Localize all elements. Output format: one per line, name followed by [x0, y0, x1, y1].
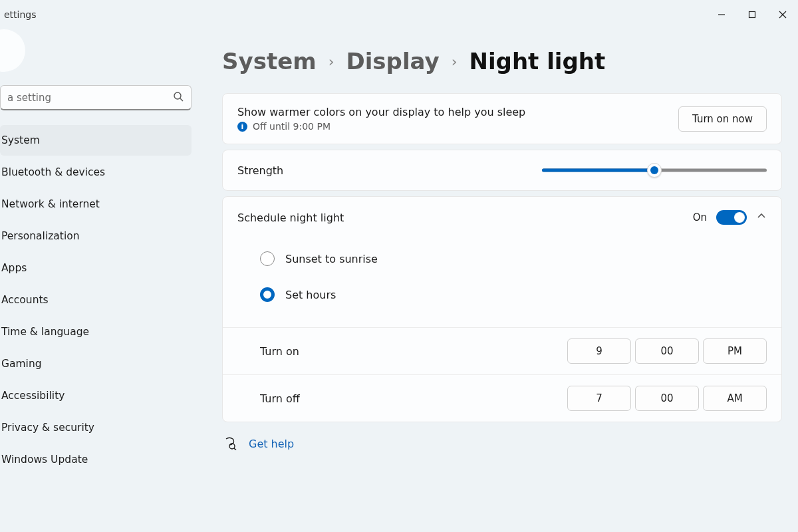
turn-on-minute[interactable]: 00 [635, 338, 699, 364]
nav-item-apps[interactable]: Apps [0, 253, 192, 283]
turn-on-label: Turn on [260, 345, 299, 358]
nav-item-windows-update[interactable]: Windows Update [0, 444, 192, 475]
main-content: System › Display › Night light Show warm… [198, 29, 798, 532]
svg-line-7 [234, 448, 236, 450]
nav-item-personalization[interactable]: Personalization [0, 221, 192, 251]
night-light-header-panel: Show warmer colors on your display to he… [222, 93, 782, 144]
minimize-button[interactable] [706, 0, 737, 29]
chevron-up-icon[interactable] [756, 211, 767, 224]
nav-label: Time & language [1, 326, 89, 338]
nav-label: Apps [1, 262, 27, 274]
schedule-label: Schedule night light [237, 211, 344, 224]
radio-set-hours-row[interactable]: Set hours [223, 281, 781, 317]
breadcrumb: System › Display › Night light [222, 48, 782, 74]
turn-off-hour[interactable]: 7 [567, 386, 631, 411]
svg-point-4 [174, 92, 181, 99]
nav-item-system[interactable]: System [0, 125, 192, 156]
turn-off-label: Turn off [260, 392, 300, 405]
nav-item-accessibility[interactable]: Accessibility [0, 380, 192, 411]
svg-rect-1 [749, 12, 755, 18]
breadcrumb-display[interactable]: Display [346, 48, 439, 74]
get-help-link[interactable]: Get help [249, 438, 294, 450]
turn-on-hour[interactable]: 9 [567, 338, 631, 364]
schedule-toggle[interactable] [716, 210, 747, 225]
nav-label: Personalization [1, 230, 80, 242]
maximize-button[interactable] [737, 0, 767, 29]
close-button[interactable] [767, 0, 798, 29]
nav-list: System Bluetooth & devices Network & int… [0, 125, 192, 475]
status-text: Off until 9:00 PM [253, 121, 331, 132]
svg-line-5 [180, 98, 183, 101]
turn-on-row: Turn on 9 00 PM [223, 327, 781, 374]
help-icon [223, 437, 237, 450]
sidebar: System Bluetooth & devices Network & int… [0, 29, 198, 532]
schedule-panel: Schedule night light On Sunset to sunris… [222, 196, 782, 422]
window-controls [706, 0, 798, 29]
nav-label: Privacy & security [1, 422, 94, 434]
breadcrumb-current: Night light [469, 48, 605, 74]
info-icon: i [237, 122, 247, 132]
strength-slider[interactable] [542, 164, 767, 177]
nav-item-network[interactable]: Network & internet [0, 189, 192, 219]
avatar[interactable] [0, 29, 25, 72]
turn-off-ampm[interactable]: AM [703, 386, 767, 411]
nav-label: Windows Update [1, 454, 88, 466]
night-light-description: Show warmer colors on your display to he… [237, 106, 525, 118]
nav-item-accounts[interactable]: Accounts [0, 285, 192, 315]
nav-label: Accounts [1, 294, 49, 306]
nav-label: Bluetooth & devices [1, 166, 105, 178]
radio-sunset-row[interactable]: Sunset to sunrise [223, 245, 781, 281]
slider-thumb[interactable] [647, 163, 662, 178]
radio-sunset-label: Sunset to sunrise [285, 253, 378, 265]
radio-sunset[interactable] [260, 251, 275, 266]
strength-panel: Strength [222, 150, 782, 191]
chevron-right-icon: › [452, 53, 458, 70]
turn-on-now-button[interactable]: Turn on now [678, 106, 767, 132]
app-title: ettings [4, 9, 37, 20]
nav-label: Accessibility [1, 390, 65, 402]
turn-on-ampm[interactable]: PM [703, 338, 767, 364]
schedule-radio-group: Sunset to sunrise Set hours [223, 238, 781, 327]
help-row: Get help [222, 437, 782, 450]
night-light-status: i Off until 9:00 PM [237, 121, 525, 132]
nav-item-time-language[interactable]: Time & language [0, 317, 192, 347]
nav-label: Gaming [1, 358, 42, 370]
nav-item-bluetooth[interactable]: Bluetooth & devices [0, 157, 192, 188]
turn-off-row: Turn off 7 00 AM [223, 374, 781, 422]
search-input[interactable] [0, 85, 192, 110]
chevron-right-icon: › [329, 53, 334, 70]
titlebar: ettings [0, 0, 798, 29]
toggle-state-text: On [693, 211, 707, 223]
turn-off-minute[interactable]: 00 [635, 386, 699, 411]
search-icon [173, 91, 184, 104]
radio-set-hours[interactable] [260, 287, 275, 302]
strength-label: Strength [237, 164, 283, 177]
nav-item-gaming[interactable]: Gaming [0, 348, 192, 379]
search-field[interactable] [0, 85, 192, 110]
nav-label: Network & internet [1, 198, 100, 210]
radio-set-hours-label: Set hours [285, 289, 336, 301]
breadcrumb-system[interactable]: System [222, 48, 317, 74]
nav-label: System [1, 134, 40, 146]
nav-item-privacy[interactable]: Privacy & security [0, 412, 192, 443]
